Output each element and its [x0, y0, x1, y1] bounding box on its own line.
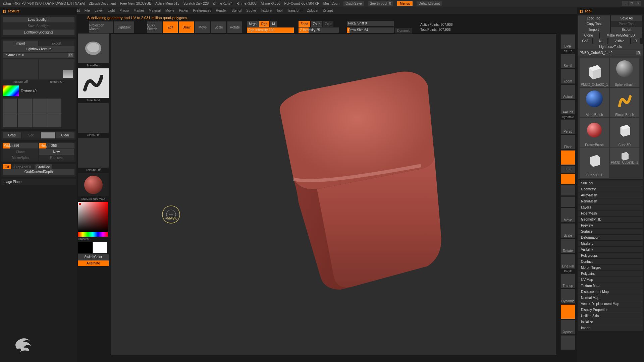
dynamic-view-button[interactable] [560, 304, 575, 319]
menu-marker[interactable]: Marker [133, 9, 144, 12]
actual-button[interactable]: Actual [560, 84, 575, 99]
acc-unifiedskin[interactable]: Unified Skin [578, 313, 643, 319]
hue-strip[interactable] [78, 232, 108, 237]
export-tool-button[interactable]: Export [611, 27, 642, 33]
dynamic-button[interactable]: Dynamic [395, 28, 412, 34]
aahalf-button[interactable]: AAHalf [560, 100, 575, 115]
edit-mode-button[interactable]: Edit [163, 21, 178, 33]
menu-zscript[interactable]: Zscript [323, 9, 333, 12]
acc-geometryhd[interactable]: Geometry HD [578, 217, 643, 222]
acc-geometry[interactable]: Geometry [578, 186, 643, 192]
tex-tool-4[interactable] [47, 99, 61, 113]
menu-render[interactable]: Render [216, 9, 227, 12]
acc-normalmap[interactable]: Normal Map [578, 295, 643, 301]
texture-thumb-small[interactable] [39, 59, 74, 79]
tex-tool-3[interactable] [33, 99, 47, 113]
menu-stroke[interactable]: Stroke [246, 9, 256, 12]
focal-shift-slider[interactable]: Focal Shift 0 [347, 21, 394, 26]
save-spotlight-button[interactable]: Save Spotlight [3, 23, 74, 29]
grad-button[interactable]: Grad [3, 132, 21, 138]
tool-thumb-6[interactable]: Cube3D_1 [580, 148, 609, 178]
viewport[interactable]: +MASK [111, 34, 557, 355]
import-texture-button[interactable]: Import [3, 41, 38, 46]
acc-visibility[interactable]: Visibility [578, 247, 643, 252]
draw-size-slider[interactable]: Draw Size 64 [347, 27, 394, 33]
minimize-icon[interactable]: − [622, 1, 628, 6]
goz-visible-button[interactable]: Visible [608, 38, 630, 44]
tool-thumb-7[interactable]: PM3D_Cube3D_1 [610, 148, 639, 165]
menu-file[interactable]: File [85, 9, 90, 12]
tex-tool-7[interactable] [33, 113, 47, 127]
copy-tool-button[interactable]: Copy Tool [578, 21, 610, 27]
new-button[interactable]: New [39, 149, 74, 155]
lightbox-tools-button[interactable]: Lightbox>Tools [578, 44, 643, 50]
texture-off-slider[interactable]: Texture Off. 0R [3, 53, 74, 58]
local-button[interactable] [560, 150, 575, 165]
rotate-mode-button[interactable]: Rotate [227, 21, 242, 33]
export-texture-button[interactable]: Export [39, 41, 74, 46]
save-as-button[interactable]: Save As [611, 15, 642, 21]
menu-picker[interactable]: Picker [179, 9, 189, 12]
polyf-button[interactable]: Transp [560, 274, 575, 288]
tex-tool-6[interactable] [18, 113, 32, 127]
acc-uvmap[interactable]: UV Map [578, 277, 643, 283]
texture-40-swatch[interactable] [3, 85, 19, 96]
scroll-button[interactable]: Scroll [560, 54, 575, 68]
projection-master-button[interactable]: Projection Master [89, 21, 113, 33]
move-mode-button[interactable]: Move [195, 21, 210, 33]
image-plane-header[interactable]: Image Plane [3, 180, 21, 184]
acc-deformation[interactable]: Deformation [578, 235, 643, 240]
texture-thumb[interactable] [78, 138, 109, 168]
grabdocanddepth-button[interactable]: GrabDocAndDepth [3, 169, 74, 175]
acc-import[interactable]: Import [578, 325, 643, 331]
acc-surface[interactable]: Surface [578, 229, 643, 234]
bpr-button[interactable]: BPR [560, 34, 575, 49]
color-picker[interactable] [78, 202, 109, 232]
acc-displayprops[interactable]: Display Properties [578, 307, 643, 313]
zcut-button[interactable]: Zcut [323, 21, 333, 27]
stroke-thumb[interactable] [78, 68, 109, 98]
swatch-white[interactable] [93, 242, 107, 253]
acc-polygroups[interactable]: Polygroups [578, 253, 643, 258]
lightbox-texture-button[interactable]: Lightbox>Texture [3, 46, 74, 52]
m-button[interactable]: M [270, 21, 277, 27]
solo-button[interactable]: Xpose [560, 320, 575, 335]
opt-button-1[interactable] [560, 185, 575, 196]
texture-palette-title[interactable]: ◧Texture [0, 7, 77, 15]
sec-button[interactable]: Sec [22, 132, 40, 138]
alternate-button[interactable]: Alternate [78, 260, 109, 266]
menu-macro[interactable]: Macro [120, 9, 129, 12]
acc-morphtarget[interactable]: Morph Target [578, 265, 643, 270]
tool-thumb-5[interactable]: Cube3D [610, 118, 639, 147]
scale-mode-button[interactable]: Scale [211, 21, 226, 33]
tex-tool-2[interactable] [18, 99, 32, 113]
remove-button[interactable]: Remove [39, 155, 74, 161]
swatch-black[interactable] [78, 242, 92, 253]
load-spotlight-button[interactable]: Load Spotlight [3, 17, 74, 22]
z-intensity-slider[interactable]: Z Intensity 25 [299, 27, 339, 33]
rgb-button[interactable]: Rgb [259, 21, 269, 27]
menus-toggle[interactable]: Menus [397, 1, 413, 6]
tool-thumb-3[interactable]: SimpleBrush [610, 88, 639, 117]
quick-sketch-button[interactable]: Quick Sketch [147, 21, 162, 33]
lightbox-spotlights-button[interactable]: Lightbox>Spotlights [3, 29, 74, 35]
tool-thumb-2[interactable]: AlphaBrush [580, 88, 609, 117]
texture-thumb-large[interactable] [3, 59, 38, 79]
paste-tool-button[interactable]: Paste Tool [611, 21, 642, 27]
menu-movie[interactable]: Movie [165, 9, 174, 12]
menu-transform[interactable]: Transform [287, 9, 302, 12]
acc-polypaint[interactable]: Polypaint [578, 271, 643, 277]
clone-button[interactable]: Clone [3, 149, 38, 155]
xpose-button[interactable] [560, 335, 575, 350]
close-icon[interactable]: × [635, 1, 641, 6]
tex-tool-8[interactable] [47, 113, 61, 127]
rgb-intensity-slider[interactable]: Rgb Intensity 100 [247, 27, 294, 33]
opt-button-2[interactable] [560, 196, 575, 207]
height-slider[interactable]: Height 256 [39, 143, 74, 148]
acc-texturemap[interactable]: Texture Map [578, 283, 643, 289]
rotate-button[interactable]: Line Fill [560, 254, 575, 269]
acc-initialize[interactable]: Initialize [578, 319, 643, 325]
makealpha-button[interactable]: MakeAlpha [3, 155, 38, 161]
menu-stencil[interactable]: Stencil [231, 9, 241, 12]
alpha-thumb[interactable] [78, 103, 109, 133]
